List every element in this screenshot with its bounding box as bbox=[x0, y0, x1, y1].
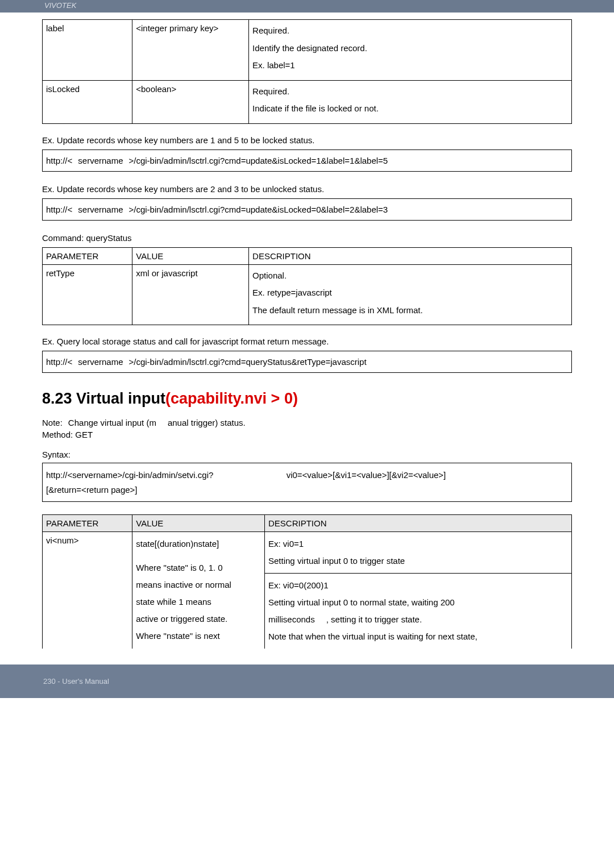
param-value: state[(duration)nstate] Where "state" is… bbox=[132, 532, 265, 649]
desc-line: Optional. bbox=[252, 269, 568, 283]
desc-line: Required. bbox=[252, 85, 568, 98]
desc-line: The default return message is in XML for… bbox=[252, 304, 568, 317]
desc-line: Ex: vi0=0(200)1 bbox=[268, 577, 568, 594]
heading-text: 8.23 Virtual input bbox=[42, 390, 165, 407]
table-row: retType xml or javascript Optional. Ex. … bbox=[43, 264, 572, 325]
col-header: DESCRIPTION bbox=[265, 515, 572, 532]
value-line: state while 1 means bbox=[136, 593, 261, 610]
brand-header: VIVOTEK bbox=[0, 0, 614, 13]
note-line: Note:Change virtual input (manual trigge… bbox=[42, 418, 572, 427]
desc-line: Required. bbox=[252, 24, 568, 38]
cmd-part: >/cgi-bin/admin/lsctrl.cgi?cmd=update&is… bbox=[129, 156, 388, 165]
param-value: <boolean> bbox=[132, 80, 249, 123]
param-desc: Required. Indicate if the file is locked… bbox=[249, 80, 572, 123]
param-desc: Ex: vi0=1 Setting virtual input 0 to tri… bbox=[265, 532, 572, 574]
syntax-part: http://<servername>/cgi-bin/admin/setvi.… bbox=[46, 470, 213, 480]
command-box: http://<servername>/cgi-bin/admin/lsctrl… bbox=[42, 351, 572, 373]
syntax-line: http://<servername>/cgi-bin/admin/setvi.… bbox=[46, 468, 568, 483]
cmd-part: http://< bbox=[46, 156, 72, 165]
param-name: vi<num> bbox=[43, 532, 132, 649]
desc-line: Setting virtual input 0 to normal state,… bbox=[268, 594, 568, 611]
value-line: Where "nstate" is next bbox=[136, 628, 261, 645]
example-label: Ex. Update records whose key numbers are… bbox=[42, 184, 572, 194]
note-text: anual trigger) status. bbox=[168, 418, 246, 427]
desc-line: Ex. retype=javascript bbox=[252, 286, 568, 300]
col-header: PARAMETER bbox=[43, 247, 132, 264]
params-table-2: PARAMETER VALUE DESCRIPTION retType xml … bbox=[42, 247, 572, 326]
table-row: label <integer primary key> Required. Id… bbox=[43, 20, 572, 81]
spacer bbox=[136, 553, 261, 559]
footer-text: 230 - User's Manual bbox=[43, 677, 109, 686]
syntax-line: [&return=<return page>] bbox=[46, 483, 568, 497]
param-desc: Required. Identify the designated record… bbox=[249, 20, 572, 81]
desc-line: Setting virtual input 0 to trigger state bbox=[268, 553, 568, 570]
cmd-part: >/cgi-bin/admin/lsctrl.cgi?cmd=update&is… bbox=[129, 205, 388, 214]
param-name: retType bbox=[43, 264, 132, 325]
desc-part: , setting it to trigger state. bbox=[326, 614, 422, 624]
cmd-part: >/cgi-bin/admin/lsctrl.cgi?cmd=queryStat… bbox=[129, 357, 367, 367]
param-name: isLocked bbox=[43, 80, 132, 123]
col-header: PARAMETER bbox=[43, 515, 132, 532]
section-heading: 8.23 Virtual input(capability.nvi > 0) bbox=[42, 390, 572, 408]
syntax-label: Syntax: bbox=[42, 450, 572, 459]
cmd-part: http://< bbox=[46, 357, 72, 367]
method-line: Method: GET bbox=[42, 430, 572, 439]
command-box: http://<servername>/cgi-bin/admin/lsctrl… bbox=[42, 198, 572, 221]
table-row: vi<num> state[(duration)nstate] Where "s… bbox=[43, 532, 572, 574]
page-footer: 230 - User's Manual bbox=[0, 665, 614, 698]
note-text: Change virtual input (m bbox=[68, 418, 156, 427]
command-box: http://<servername>/cgi-bin/admin/lsctrl… bbox=[42, 149, 572, 172]
param-name: label bbox=[43, 20, 132, 81]
col-header: VALUE bbox=[132, 247, 249, 264]
cmd-part: servername bbox=[78, 205, 123, 214]
example-label: Ex. Query local storage status and call … bbox=[42, 337, 572, 346]
desc-line: Note that when the virtual input is wait… bbox=[268, 628, 568, 645]
param-desc: Ex: vi0=0(200)1 Setting virtual input 0 … bbox=[265, 574, 572, 649]
param-value: <integer primary key> bbox=[132, 20, 249, 81]
desc-line: Identify the designated record. bbox=[252, 42, 568, 55]
col-header: DESCRIPTION bbox=[249, 247, 572, 264]
value-line: state[(duration)nstate] bbox=[136, 535, 261, 553]
cmd-part: servername bbox=[78, 357, 123, 367]
cmd-part: http://< bbox=[46, 205, 72, 214]
cmd-part: servername bbox=[78, 156, 123, 165]
page-content: label <integer primary key> Required. Id… bbox=[0, 19, 614, 649]
desc-line: Ex. label=1 bbox=[252, 59, 568, 72]
param-desc: Optional. Ex. retype=javascript The defa… bbox=[249, 264, 572, 325]
value-line: means inactive or normal bbox=[136, 576, 261, 593]
table-header-row: PARAMETER VALUE DESCRIPTION bbox=[43, 515, 572, 532]
table-header-row: PARAMETER VALUE DESCRIPTION bbox=[43, 247, 572, 264]
desc-line: milliseconds, setting it to trigger stat… bbox=[268, 611, 568, 628]
syntax-part: vi0=<value>[&vi1=<value>][&vi2=<value>] bbox=[287, 470, 446, 480]
params-table-3: PARAMETER VALUE DESCRIPTION vi<num> stat… bbox=[42, 514, 572, 649]
desc-line: Indicate if the file is locked or not. bbox=[252, 102, 568, 115]
brand-name: VIVOTEK bbox=[0, 0, 614, 10]
heading-highlight: (capability.nvi > 0) bbox=[165, 390, 298, 407]
value-line: Where "state" is 0, 1. 0 bbox=[136, 559, 261, 576]
syntax-box: http://<servername>/cgi-bin/admin/setvi.… bbox=[42, 463, 572, 502]
example-label: Ex. Update records whose key numbers are… bbox=[42, 135, 572, 145]
note-label: Note: bbox=[42, 418, 63, 427]
table-row: isLocked <boolean> Required. Indicate if… bbox=[43, 80, 572, 123]
desc-part: milliseconds bbox=[268, 614, 315, 624]
param-value: xml or javascript bbox=[132, 264, 249, 325]
col-header: VALUE bbox=[132, 515, 265, 532]
command-label: Command: queryStatus bbox=[42, 233, 572, 243]
desc-line: Ex: vi0=1 bbox=[268, 535, 568, 553]
value-line: active or triggered state. bbox=[136, 610, 261, 628]
params-table-1: label <integer primary key> Required. Id… bbox=[42, 19, 572, 124]
